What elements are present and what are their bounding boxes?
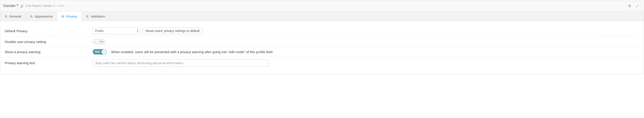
help-show-privacy-warning: When enabled, users will be presented wi…: [111, 50, 272, 54]
sliders-icon: [61, 15, 64, 18]
sliders-icon: [86, 15, 88, 18]
tab-privacy[interactable]: Privacy: [57, 12, 82, 21]
edit-icon[interactable]: [20, 4, 24, 8]
sliders-icon: [30, 15, 33, 18]
tab-label: General: [9, 14, 21, 18]
move-icon[interactable]: [626, 2, 634, 10]
row-disable-user-privacy: Disable user privacy setting III NO: [5, 37, 639, 47]
svg-point-3: [31, 15, 32, 16]
svg-point-8: [63, 17, 64, 17]
toggle-disable-user-privacy[interactable]: III NO: [93, 39, 106, 44]
collapse-icon[interactable]: [634, 2, 641, 10]
panel-body: Default Privacy Public Reset users' priv…: [0, 21, 644, 74]
controls-privacy-warning-text: [93, 59, 639, 67]
default-privacy-select-wrap: Public: [93, 27, 140, 34]
panel-id: ID: 44495: [53, 4, 64, 7]
tab-validation[interactable]: Validation: [82, 12, 109, 21]
panel-header: Gender * Core PeepSo: Gender ID: 44495: [0, 0, 644, 12]
svg-point-0: [6, 15, 6, 16]
row-show-privacy-warning: Show a privacy warning YES III When enab…: [5, 47, 639, 57]
default-privacy-select[interactable]: Public: [93, 27, 140, 34]
toggle-knob-icon: III: [93, 39, 98, 44]
svg-point-6: [63, 15, 63, 16]
toggle-show-privacy-warning[interactable]: YES III: [93, 49, 107, 54]
svg-point-10: [86, 16, 87, 16]
controls-default-privacy: Public Reset users' privacy settings to …: [93, 27, 639, 34]
svg-point-7: [62, 16, 62, 16]
panel-header-left: Gender * Core PeepSo: Gender ID: 44495: [3, 3, 64, 8]
panel-title-text: Gender: [3, 3, 16, 8]
sliders-icon: [4, 15, 8, 18]
label-disable-user-privacy: Disable user privacy setting: [5, 40, 88, 44]
label-default-privacy: Default Privacy: [5, 29, 88, 33]
svg-point-5: [32, 17, 32, 17]
toggle-text: NO: [98, 40, 105, 43]
tabs: General Appearance Privacy Validation: [0, 12, 644, 21]
panel-header-actions: [626, 2, 641, 10]
tab-label: Validation: [90, 14, 105, 18]
reset-privacy-button[interactable]: Reset users' privacy settings to default: [143, 27, 202, 34]
privacy-warning-text-input[interactable]: [93, 59, 268, 67]
tab-label: Appearance: [34, 14, 53, 18]
tab-appearance[interactable]: Appearance: [26, 12, 57, 21]
row-default-privacy: Default Privacy Public Reset users' priv…: [5, 25, 639, 37]
controls-disable-user-privacy: III NO: [93, 39, 639, 44]
tab-label: Privacy: [66, 14, 77, 18]
svg-point-1: [5, 16, 6, 16]
toggle-knob-icon: III: [102, 49, 106, 54]
svg-point-4: [30, 16, 31, 16]
svg-point-11: [88, 17, 88, 17]
toggle-text: YES: [93, 50, 102, 53]
panel-meta: Core PeepSo: Gender ID: 44495: [25, 4, 64, 7]
label-show-privacy-warning: Show a privacy warning: [5, 50, 88, 54]
svg-point-2: [6, 17, 7, 17]
tab-general[interactable]: General: [0, 12, 26, 21]
field-config-panel: Gender * Core PeepSo: Gender ID: 44495: [0, 0, 644, 74]
panel-title: Gender *: [3, 3, 18, 8]
panel-meta-prefix: Core PeepSo: Gender: [25, 4, 52, 7]
label-privacy-warning-text: Privacy warning text: [5, 61, 88, 65]
required-mark: *: [17, 3, 18, 8]
svg-point-9: [87, 15, 88, 16]
row-privacy-warning-text: Privacy warning text: [5, 57, 639, 69]
controls-show-privacy-warning: YES III When enabled, users will be pres…: [93, 49, 639, 54]
